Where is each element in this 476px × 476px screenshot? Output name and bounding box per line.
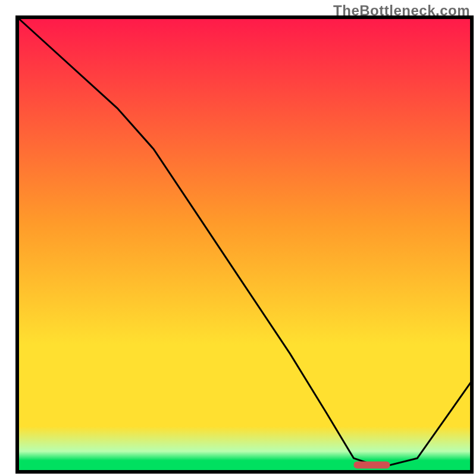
chart-svg — [0, 0, 476, 476]
watermark-text: TheBottleneck.com — [333, 2, 470, 19]
plot-background — [17, 17, 472, 472]
optimum-marker — [353, 462, 390, 469]
bottleneck-chart: TheBottleneck.com — [0, 0, 476, 476]
